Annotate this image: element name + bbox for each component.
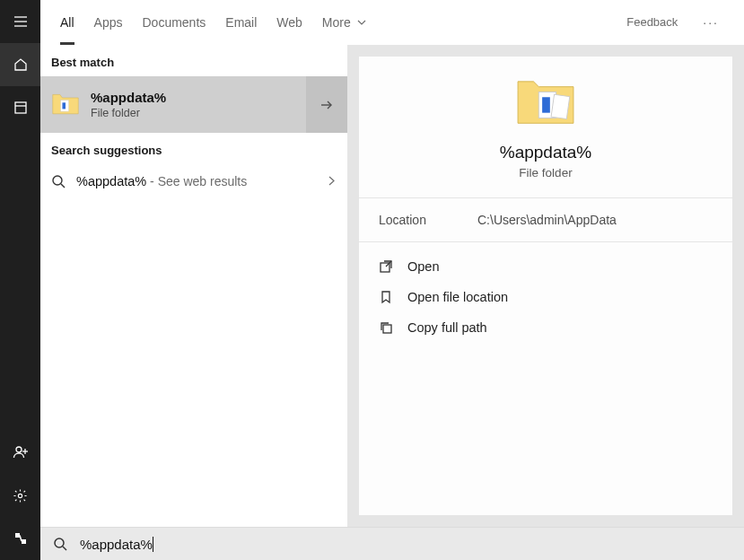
best-match-title: %appdata% — [91, 90, 166, 105]
results-panel: Best match %appdata% File folder — [40, 45, 347, 527]
suggestion-tail: - See web results — [146, 174, 247, 188]
home-button[interactable] — [0, 43, 40, 86]
home-icon — [13, 57, 28, 72]
svg-point-22 — [55, 538, 64, 547]
settings-button[interactable] — [0, 474, 40, 517]
hamburger-menu-button[interactable] — [0, 0, 40, 43]
search-input[interactable]: %appdata% — [80, 537, 153, 552]
svg-rect-3 — [15, 102, 26, 113]
menu-icon — [13, 14, 28, 29]
timeline-icon — [13, 101, 28, 115]
arrow-right-icon — [319, 97, 335, 113]
svg-line-20 — [386, 261, 391, 267]
search-bar[interactable]: %appdata% — [40, 527, 744, 560]
svg-line-23 — [63, 547, 66, 550]
search-icon — [53, 537, 67, 551]
share-icon — [13, 531, 28, 546]
sidebar — [0, 0, 40, 560]
search-icon — [51, 174, 66, 188]
svg-rect-12 — [62, 102, 66, 109]
action-copy-full-path[interactable]: Copy full path — [368, 312, 723, 343]
tab-documents[interactable]: Documents — [142, 0, 206, 45]
svg-rect-21 — [383, 325, 391, 333]
tab-email[interactable]: Email — [225, 0, 257, 45]
gear-icon — [13, 488, 28, 503]
action-open[interactable]: Open — [368, 251, 723, 282]
feedback-link[interactable]: Feedback — [626, 15, 678, 29]
folder-icon — [51, 92, 80, 118]
tab-web[interactable]: Web — [276, 0, 302, 45]
main-area: All Apps Documents Email Web More Feedba… — [40, 0, 744, 560]
svg-point-5 — [16, 447, 22, 452]
svg-rect-10 — [22, 539, 26, 544]
best-match-header: Best match — [40, 45, 347, 76]
tab-apps[interactable]: Apps — [94, 0, 123, 45]
svg-line-15 — [61, 184, 65, 188]
svg-rect-9 — [15, 533, 20, 538]
preview-title: %appdata% — [500, 143, 591, 162]
person-add-icon — [13, 444, 29, 460]
location-label: Location — [379, 213, 477, 227]
text-caret — [153, 537, 153, 552]
preview-subtitle: File folder — [519, 166, 572, 179]
bookmark-icon — [379, 290, 393, 304]
suggestions-header: Search suggestions — [40, 133, 347, 164]
best-match-item: %appdata% File folder — [40, 76, 347, 133]
preview-panel: %appdata% File folder Location C:\Users\… — [347, 45, 744, 527]
account-button[interactable] — [0, 431, 40, 474]
share-button[interactable] — [0, 517, 40, 560]
preview-card: %appdata% File folder Location C:\Users\… — [358, 56, 733, 516]
preview-location-row: Location C:\Users\admin\AppData — [359, 198, 732, 242]
suggestion-query: %appdata% — [76, 174, 146, 188]
more-options-button[interactable]: ··· — [697, 10, 724, 35]
copy-icon — [379, 320, 393, 335]
svg-point-8 — [18, 494, 22, 497]
chevron-right-icon — [327, 173, 337, 189]
folder-large-icon — [514, 78, 577, 130]
svg-point-14 — [53, 176, 62, 185]
location-value: C:\Users\admin\AppData — [477, 213, 713, 227]
tab-all[interactable]: All — [60, 0, 74, 45]
best-match-open[interactable]: %appdata% File folder — [40, 90, 306, 119]
best-match-expand-button[interactable] — [306, 76, 347, 133]
tab-more[interactable]: More — [322, 0, 367, 45]
action-open-file-location[interactable]: Open file location — [368, 282, 723, 312]
svg-rect-17 — [542, 97, 550, 112]
open-icon — [379, 259, 393, 274]
suggestion-web-results[interactable]: %appdata% - See web results — [40, 164, 347, 198]
svg-rect-18 — [551, 94, 570, 118]
best-match-subtitle: File folder — [91, 107, 166, 119]
timeline-button[interactable] — [0, 86, 40, 129]
chevron-down-icon — [356, 17, 367, 28]
tabs-bar: All Apps Documents Email Web More Feedba… — [40, 0, 744, 45]
